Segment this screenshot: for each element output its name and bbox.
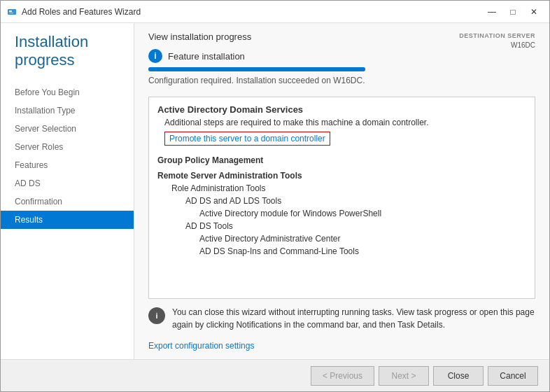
sidebar-item-confirmation[interactable]: Confirmation — [1, 192, 134, 211]
sidebar-item-addc[interactable]: AD DS — [1, 174, 134, 192]
list-item: Group Policy Management — [157, 154, 526, 167]
notice-icon: i — [148, 307, 165, 324]
list-item: Active Directory Administrative Center — [157, 232, 526, 245]
sidebar-title: Installation progress — [15, 33, 120, 69]
svg-rect-2 — [9, 13, 13, 13]
main-content: Installation progress Before You Begin I… — [1, 23, 549, 359]
maximize-button[interactable]: □ — [503, 4, 523, 20]
view-progress-text: View installation progress — [148, 31, 365, 42]
results-section-title: Active Directory Domain Services — [157, 104, 526, 115]
sidebar-item-features[interactable]: Features — [1, 156, 134, 174]
sidebar-item-before-you-begin[interactable]: Before You Begin — [1, 83, 134, 102]
view-progress-label: View installation progress i Feature ins… — [148, 31, 365, 91]
list-item: Role Administration Tools — [157, 182, 526, 195]
window-controls: — □ ✕ — [482, 4, 544, 20]
window-title: Add Roles and Features Wizard — [22, 7, 482, 17]
app-icon — [6, 6, 17, 18]
content-area: View installation progress i Feature ins… — [134, 23, 549, 359]
content-header-row: View installation progress i Feature ins… — [148, 31, 535, 91]
destination-server-name: W16DC — [459, 41, 535, 50]
close-window-button[interactable]: ✕ — [524, 4, 544, 20]
progress-bar-fill — [148, 67, 365, 71]
cancel-button[interactable]: Cancel — [488, 366, 538, 386]
sidebar-item-server-selection[interactable]: Server Selection — [1, 120, 134, 138]
results-box[interactable]: Active Directory Domain Services Additio… — [148, 97, 535, 299]
list-item: AD DS Snap-Ins and Command-Line Tools — [157, 245, 526, 258]
sidebar: Installation progress Before You Begin I… — [1, 23, 134, 359]
list-item: Remote Server Administration Tools — [157, 169, 526, 182]
previous-button[interactable]: < Previous — [311, 366, 374, 386]
export-link[interactable]: Export configuration settings — [148, 338, 535, 354]
title-bar: Add Roles and Features Wizard — □ ✕ — [1, 1, 549, 23]
sidebar-header: Installation progress — [1, 23, 134, 76]
list-item: AD DS Tools — [157, 220, 526, 232]
sidebar-item-installation-type[interactable]: Installation Type — [1, 102, 134, 120]
info-icon: i — [148, 49, 162, 63]
notice-text: You can close this wizard without interr… — [172, 306, 535, 331]
close-button[interactable]: Close — [433, 366, 484, 386]
progress-bar — [148, 67, 365, 71]
sidebar-item-results[interactable]: Results — [1, 211, 134, 229]
next-button[interactable]: Next > — [379, 366, 429, 386]
results-note: Additional steps are required to make th… — [157, 118, 526, 127]
destination-server: DESTINATION SERVER W16DC — [459, 31, 535, 50]
config-text: Configuration required. Installation suc… — [148, 76, 365, 85]
feature-install-label: Feature installation — [168, 51, 245, 62]
feature-install-row: i Feature installation — [148, 49, 365, 63]
destination-server-label: DESTINATION SERVER — [459, 31, 535, 41]
list-item: AD DS and AD LDS Tools — [157, 195, 526, 207]
bottom-notice: i You can close this wizard without inte… — [134, 299, 549, 338]
minimize-button[interactable]: — — [482, 4, 502, 20]
footer: < Previous Next > Close Cancel — [1, 359, 549, 391]
sidebar-item-server-roles[interactable]: Server Roles — [1, 138, 134, 156]
promote-link[interactable]: Promote this server to a domain controll… — [164, 132, 330, 146]
list-item: Active Directory module for Windows Powe… — [157, 207, 526, 220]
wizard-window: Add Roles and Features Wizard — □ ✕ Inst… — [0, 0, 550, 392]
results-box-inner: Active Directory Domain Services Additio… — [149, 97, 535, 265]
content-header: View installation progress i Feature ins… — [134, 23, 549, 97]
svg-rect-1 — [9, 10, 12, 12]
sidebar-nav: Before You Begin Installation Type Serve… — [1, 83, 134, 229]
